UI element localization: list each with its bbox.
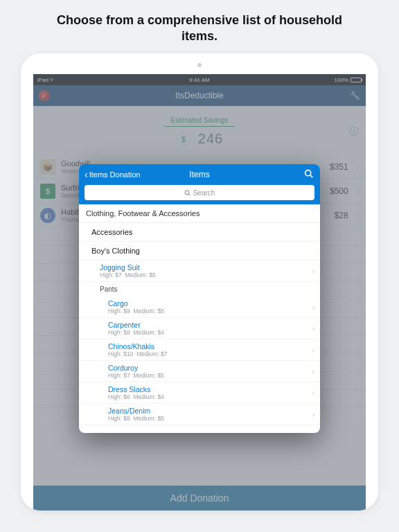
back-button[interactable]: ‹ Items Donation (85, 170, 141, 179)
item-row[interactable]: Chinos/Khakis High: $10 Medium: $7 › (79, 339, 320, 361)
item-name: Jogging Suit (100, 263, 312, 272)
chevron-right-icon: › (312, 368, 314, 375)
item-name: Chinos/Khakis (108, 342, 312, 351)
svg-point-0 (305, 170, 311, 176)
subcategory-row[interactable]: Boy's Clothing (79, 242, 320, 260)
item-prices: High: $7 Medium: $5 (100, 272, 312, 278)
item-name: Cargo (108, 299, 312, 308)
item-row[interactable]: Cargo High: $9 Medium: $5 › (79, 296, 320, 318)
device-frame: iPad ᯤ 9:41 AM 100% ✓ ItsDeductible 🔧 Es… (21, 53, 378, 511)
chevron-right-icon: › (312, 411, 314, 418)
search-input[interactable]: Search (85, 185, 314, 200)
chevron-right-icon: › (312, 389, 314, 397)
item-prices: High: $7 Medium: $5 (108, 372, 312, 379)
svg-line-3 (188, 194, 190, 195)
item-name: Dress Slacks (108, 385, 312, 393)
item-name: Carpenter (108, 321, 312, 329)
modal-body: Clothing, Footwear & Accessories Accesso… (79, 204, 320, 433)
item-prices: High: $9 Medium: $5 (108, 308, 312, 314)
item-row[interactable]: Dress Slacks High: $6 Medium: $4 › (79, 382, 320, 404)
chevron-right-icon: › (312, 325, 314, 332)
svg-line-1 (310, 175, 312, 177)
search-icon[interactable] (304, 169, 313, 180)
item-row[interactable]: Carpenter High: $8 Medium: $4 › (79, 318, 320, 339)
item-prices: High: $8 Medium: $4 (108, 329, 312, 336)
chevron-right-icon: › (312, 303, 314, 311)
item-prices: High: $6 Medium: $4 (108, 393, 312, 400)
camera-dot (197, 63, 202, 67)
items-modal: ‹ Items Donation Items Search Clothing, … (79, 164, 320, 433)
item-name: Jeans/Denim (108, 407, 312, 415)
item-group-label: Pants (79, 282, 320, 296)
svg-point-2 (185, 190, 189, 195)
screen: iPad ᯤ 9:41 AM 100% ✓ ItsDeductible 🔧 Es… (33, 74, 366, 511)
chevron-left-icon: ‹ (85, 170, 88, 179)
item-row[interactable]: Jogging Suit High: $7 Medium: $5 › (79, 260, 320, 282)
chevron-right-icon: › (312, 346, 314, 354)
category-header[interactable]: Clothing, Footwear & Accessories (79, 204, 320, 223)
subcategory-row[interactable]: Accessories (79, 223, 320, 242)
item-row[interactable]: Corduroy High: $7 Medium: $5 › (79, 361, 320, 382)
chevron-right-icon: › (312, 267, 314, 275)
item-row[interactable]: Jeans/Denim High: $8 Medium: $5 › (79, 404, 320, 425)
item-name: Corduroy (108, 364, 312, 372)
item-prices: High: $8 Medium: $5 (108, 415, 312, 422)
item-prices: High: $10 Medium: $7 (108, 351, 312, 357)
back-label: Items Donation (89, 170, 141, 179)
modal-header: ‹ Items Donation Items (79, 164, 320, 185)
modal-title: Items (189, 170, 209, 179)
tagline: Choose from a comprehensive list of hous… (0, 0, 399, 53)
search-bar-wrap: Search (79, 185, 320, 204)
search-placeholder: Search (193, 189, 215, 197)
